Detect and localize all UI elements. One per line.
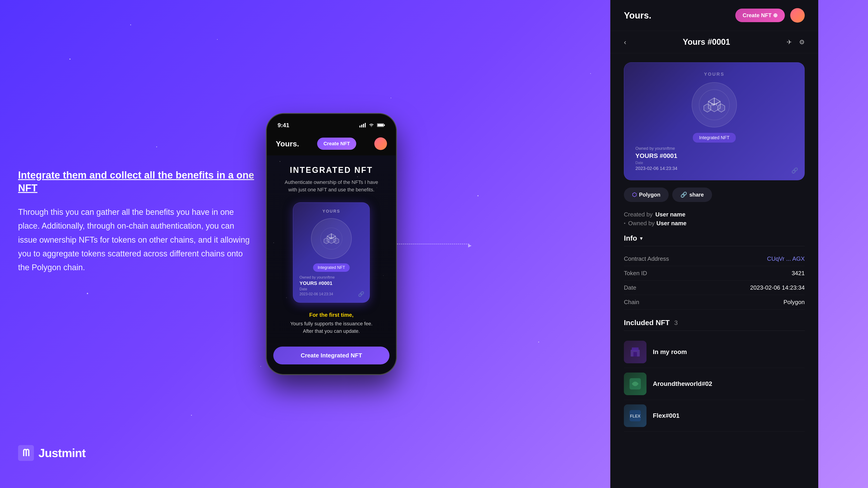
phone-avatar[interactable] (374, 137, 387, 150)
back-button[interactable]: ‹ (624, 38, 626, 46)
logo-area: ᗰ Justmint (18, 445, 86, 461)
svg-rect-3 (365, 123, 366, 127)
included-nft-count: 3 (674, 319, 678, 326)
svg-rect-27 (633, 352, 637, 357)
justmint-logo-text: Justmint (38, 446, 86, 460)
status-time: 9:41 (278, 122, 289, 129)
owned-by-label: Owned by (628, 220, 655, 227)
created-by-row: Created by User name (624, 211, 805, 218)
info-section-header: Info ▾ (624, 234, 805, 246)
svg-marker-12 (324, 238, 329, 244)
right-nft-badge: Integrated NFT (693, 133, 736, 142)
phone-create-integrated-button[interactable]: Create Integrated NFT (273, 347, 390, 364)
right-brand-name: Yours. (624, 10, 651, 21)
svg-rect-6 (377, 124, 383, 126)
phone-nft-info: Owned by yoursnftme YOURS #0001 Date 202… (300, 275, 363, 296)
svg-text:NFT: NFT (329, 237, 333, 240)
phone-white-text-2: After that you can update. (276, 327, 387, 335)
right-topbar: Yours. Create NFT ⊕ (610, 0, 818, 31)
room-thumbnail-icon (628, 345, 642, 359)
share-button[interactable]: 🔗 share (672, 188, 712, 202)
phone-hero-title: INTEGRATED NFT (267, 165, 396, 175)
polygon-icon: ⬡ (632, 192, 637, 198)
list-item-in-my-room[interactable]: In my room (624, 336, 805, 368)
phone-nft-date-label: Date (300, 287, 307, 291)
status-icons (360, 123, 385, 127)
svg-marker-13 (334, 238, 339, 244)
phone-gold-text: For the first time, (276, 312, 387, 318)
nft-thumb-room (624, 341, 647, 363)
phone-nft-date: 2023-02-06 14:23:34 (300, 292, 363, 296)
flex-thumbnail-icon: FLEX (628, 409, 642, 422)
right-nft-owned-by: Owned by yoursnftme (636, 146, 793, 151)
info-row-contract: Contract Address CUqVr ... AGX (624, 252, 805, 266)
justmint-logo-icon: ᗰ (18, 445, 34, 461)
info-row-token-id: Token ID 3421 (624, 266, 805, 281)
right-nft-card-label: YOURS (704, 72, 724, 77)
svg-rect-1 (361, 125, 362, 127)
svg-marker-23 (718, 104, 725, 112)
right-avatar[interactable] (790, 8, 805, 23)
phone-nft-link-icon: 🔗 (358, 291, 364, 297)
info-chevron-icon[interactable]: ▾ (640, 235, 643, 241)
left-heading: Integrate them and collect all the benef… (18, 168, 267, 194)
right-nft-title: Yours #0001 (633, 37, 779, 47)
nft-list-item-name-flex: Flex#001 (653, 412, 680, 419)
right-panel: Yours. Create NFT ⊕ ‹ Yours #0001 ✈ ⚙ YO… (610, 0, 818, 488)
nft-graphic: NFT (320, 227, 343, 250)
phone-nft-image: NFT (311, 218, 352, 259)
svg-text:NFT: NFT (711, 103, 717, 106)
svg-rect-2 (363, 124, 364, 127)
right-nft-date-label: Date (636, 161, 793, 165)
info-table: Contract Address CUqVr ... AGX Token ID … (624, 252, 805, 310)
wifi-icon (368, 123, 374, 127)
world-thumbnail-icon (628, 377, 642, 391)
signal-icon (360, 123, 366, 127)
svg-rect-5 (384, 125, 385, 126)
nft-list-item-name-world: Aroundtheworld#02 (653, 380, 712, 387)
svg-text:FLEX: FLEX (630, 414, 640, 418)
list-item-aroundtheworld[interactable]: Aroundtheworld#02 (624, 368, 805, 400)
owned-by-row: • Owned by User name (624, 220, 805, 227)
right-actions-row: ⬡ Polygon 🔗 share (624, 188, 805, 202)
svg-rect-26 (632, 348, 639, 351)
phone-mockup: 9:41 (266, 113, 397, 375)
info-row-chain: Chain Polygon (624, 295, 805, 310)
phone-content-area: INTEGRATED NFT Authenticate ownership of… (267, 155, 396, 374)
svg-rect-0 (360, 126, 361, 127)
right-panel-content: YOURS (610, 53, 818, 488)
phone-nft-name: YOURS #0001 (300, 281, 363, 286)
included-nft-header: Included NFT 3 (624, 319, 805, 331)
list-item-flex[interactable]: FLEX Flex#001 (624, 400, 805, 432)
phone-nft-card-label: YOURS (300, 209, 363, 214)
owned-by-dot: • (624, 221, 625, 226)
right-nft-card: YOURS (624, 62, 805, 180)
nft-thumb-world (624, 372, 647, 395)
phone-brand: Yours. (276, 139, 299, 148)
created-by-label: Created by (624, 211, 653, 218)
share-link-icon: 🔗 (680, 192, 687, 198)
svg-marker-22 (704, 104, 711, 112)
battery-icon (377, 123, 385, 127)
right-share-icon[interactable]: ✈ (786, 38, 792, 46)
nft-thumb-flex: FLEX (624, 404, 647, 427)
phone-frame: 9:41 (266, 113, 397, 375)
right-nft-graphic: NFT (699, 89, 730, 121)
svg-text:ᗰ: ᗰ (23, 448, 29, 458)
connector-arrow-line: ▶ (397, 244, 469, 245)
phone-status-bar: 9:41 (267, 114, 396, 132)
phone-app-header: Yours. Create NFT (267, 132, 396, 156)
nft-list-item-name-room: In my room (653, 348, 687, 356)
phone-nft-owned-by: Owned by yoursnftme (300, 275, 335, 280)
phone-white-text-1: Yours fully supports the issuance fee. (276, 320, 387, 327)
polygon-button[interactable]: ⬡ Polygon (624, 188, 669, 202)
included-nft-title: Included NFT (624, 319, 670, 327)
right-nft-id: YOURS #0001 (636, 152, 793, 160)
right-nft-date: 2023-02-06 14:23:34 (636, 166, 793, 171)
phone-hero-subtitle: Authenticate ownership of the NFTs I hav… (267, 178, 396, 193)
right-settings-icon[interactable]: ⚙ (799, 38, 805, 46)
right-subheader: ‹ Yours #0001 ✈ ⚙ (610, 31, 818, 53)
phone-create-nft-button[interactable]: Create NFT (317, 138, 356, 150)
right-create-nft-button[interactable]: Create NFT ⊕ (735, 8, 785, 22)
created-by-value: User name (655, 211, 685, 218)
